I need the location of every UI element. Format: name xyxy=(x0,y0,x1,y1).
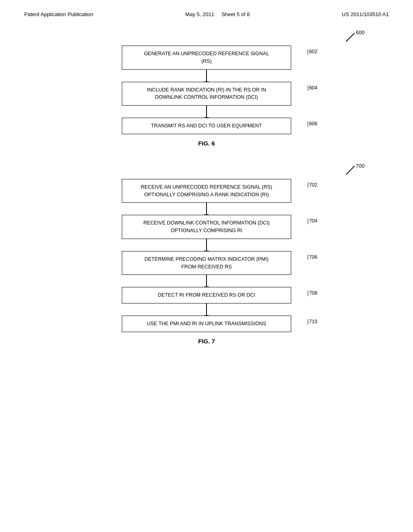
step-702-wrapper: RECEIVE AN UNPRECODED REFERENCE SIGNAL (… xyxy=(122,179,291,203)
step-602-wrapper: GENERATE AN UNPRECODED REFERENCE SIGNAL(… xyxy=(122,46,291,70)
header-right: US 2011/103510 A1 xyxy=(342,11,389,17)
fig6-flow: GENERATE AN UNPRECODED REFERENCE SIGNAL(… xyxy=(40,29,373,134)
fig7-flow: RECEIVE AN UNPRECODED REFERENCE SIGNAL (… xyxy=(40,163,373,332)
step-706-ref: 706 xyxy=(308,254,317,260)
step-702-box: RECEIVE AN UNPRECODED REFERENCE SIGNAL (… xyxy=(122,179,291,203)
arrow-704-706 xyxy=(206,239,207,251)
patent-page: Patent Application Publication May 5, 20… xyxy=(0,0,413,532)
fig7-flowchart: 700 RECEIVE AN UNPRECODED REFERENCE SIGN… xyxy=(40,163,373,345)
step-702-ref: 702 xyxy=(308,182,317,188)
step-604-wrapper: INCLUDE RANK INDICATION (RI) IN THE RS O… xyxy=(122,82,291,106)
step-708-ref: 708 xyxy=(308,290,317,296)
step-706-box: DETERMINE PRECODING MATRIX INDICATOR (PM… xyxy=(122,251,291,275)
fig6-label: FIG. 6 xyxy=(40,140,373,147)
step-606-box: TRANSMIT RS AND DCI TO USER EQUIPMENT xyxy=(122,118,291,134)
step-708-wrapper: DETECT RI FROM RECEIVED RS OR DCI 708 xyxy=(122,287,291,303)
arrow-602-604 xyxy=(206,70,207,82)
step-602-box: GENERATE AN UNPRECODED REFERENCE SIGNAL(… xyxy=(122,46,291,70)
arrow-604-606 xyxy=(206,106,207,118)
step-708-box: DETECT RI FROM RECEIVED RS OR DCI xyxy=(122,287,291,303)
step-604-ref: 604 xyxy=(308,85,317,91)
header-center: May 5, 2011 Sheet 5 of 8 xyxy=(186,11,250,17)
arrow-708-710 xyxy=(206,303,207,316)
step-602-ref: 602 xyxy=(308,49,317,55)
page-header: Patent Application Publication May 5, 20… xyxy=(0,0,413,21)
step-704-ref: 704 xyxy=(308,218,317,224)
fig7-label: FIG. 7 xyxy=(40,338,373,345)
arrow-706-708 xyxy=(206,275,207,287)
page-content: 600 GENERATE AN UNPRECODED REFERENCE SIG… xyxy=(0,21,413,365)
step-710-box: USE THE PMI AND RI IN UPLINK TRANSMISSIO… xyxy=(122,316,291,332)
step-710-ref: 710 xyxy=(308,319,317,325)
step-704-box: RECEIVE DOWNLINK CONTROL INFORMATION (DC… xyxy=(122,215,291,239)
step-606-ref: 606 xyxy=(308,121,317,127)
arrow-702-704 xyxy=(206,203,207,215)
header-left: Patent Application Publication xyxy=(24,11,93,17)
step-606-wrapper: TRANSMIT RS AND DCI TO USER EQUIPMENT 60… xyxy=(122,118,291,134)
step-710-wrapper: USE THE PMI AND RI IN UPLINK TRANSMISSIO… xyxy=(122,316,291,332)
step-706-wrapper: DETERMINE PRECODING MATRIX INDICATOR (PM… xyxy=(122,251,291,275)
step-704-wrapper: RECEIVE DOWNLINK CONTROL INFORMATION (DC… xyxy=(122,215,291,239)
fig6-flowchart: 600 GENERATE AN UNPRECODED REFERENCE SIG… xyxy=(40,29,373,147)
step-604-box: INCLUDE RANK INDICATION (RI) IN THE RS O… xyxy=(122,82,291,106)
